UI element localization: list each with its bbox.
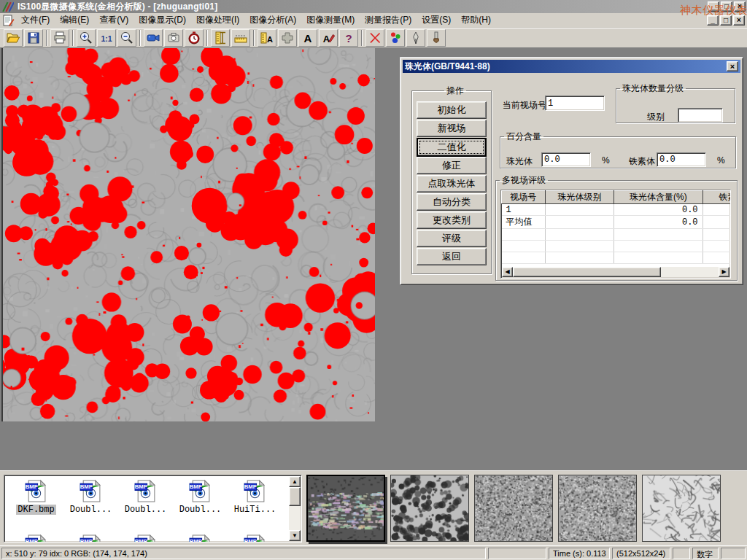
zoom-out-button[interactable]	[117, 29, 136, 47]
file-item-2[interactable]: BMPDoubl...	[118, 479, 173, 515]
scroll-left-button[interactable]: ◀	[502, 267, 513, 277]
file-browser-scrollbar[interactable]: ▲ ▼	[289, 476, 301, 541]
timer-button[interactable]	[185, 29, 204, 47]
open-button[interactable]	[4, 29, 23, 47]
pen-button[interactable]	[406, 29, 425, 47]
file-label: HuiTi...	[233, 505, 278, 515]
scroll-right-button[interactable]: ▶	[719, 267, 729, 277]
file-item-partial[interactable]: BMP	[173, 534, 228, 542]
help-icon: ?	[341, 31, 356, 45]
help-button[interactable]: ?	[339, 29, 358, 47]
bmp-file-icon: BMP	[133, 479, 158, 503]
pearlite-value-input[interactable]	[541, 152, 591, 167]
table-hscrollbar[interactable]: ◀ ▶	[502, 267, 729, 277]
file-item-1[interactable]: BMPDoubl...	[63, 479, 118, 515]
table-cell	[502, 241, 546, 252]
table-header-cell[interactable]: 铁素体含量(%)	[703, 191, 731, 204]
op-button-5[interactable]: 自动分类	[417, 193, 487, 211]
actual-size-button[interactable]: 1:1	[97, 29, 116, 47]
menu-item-0[interactable]: 文件(F)	[16, 12, 55, 28]
brush-button[interactable]	[427, 29, 446, 47]
op-button-6[interactable]: 更改类别	[417, 211, 487, 229]
menu-item-6[interactable]: 图像测量(M)	[301, 12, 360, 28]
current-field-input[interactable]	[545, 96, 605, 111]
vscroll-track[interactable]	[289, 506, 301, 530]
caliper-button[interactable]	[211, 29, 230, 47]
text-button[interactable]: A	[298, 29, 317, 47]
file-item-partial[interactable]: BMP	[228, 534, 282, 542]
menu-item-9[interactable]: 帮助(H)	[456, 12, 496, 28]
metallographic-image[interactable]	[1, 48, 375, 421]
photo-camera-button[interactable]	[164, 29, 183, 47]
file-item-4[interactable]: BMPHuiTi...	[228, 479, 282, 515]
table-cell	[703, 252, 731, 264]
operations-group: 操作 初始化新视场二值化修正点取珠光体自动分类更改类别评级返回	[411, 85, 492, 274]
color-dots-button[interactable]	[386, 29, 405, 47]
op-button-2[interactable]: 二值化	[417, 138, 487, 157]
thumbnail-1[interactable]	[306, 475, 385, 542]
op-button-8[interactable]: 返回	[417, 248, 487, 265]
thumbnail-3[interactable]	[474, 475, 553, 542]
minimize-button[interactable]: _	[708, 1, 719, 12]
menu-item-4[interactable]: 图像处理(I)	[191, 12, 244, 28]
op-button-3[interactable]: 修正	[417, 157, 487, 174]
curve-tool-button[interactable]	[365, 29, 384, 47]
file-item-3[interactable]: BMPDoubl...	[173, 479, 228, 515]
current-field-label: 当前视场号	[503, 99, 546, 112]
table-header-cell[interactable]: 视场号	[502, 191, 546, 204]
ruler-button[interactable]	[231, 29, 250, 47]
table-row[interactable]: 1 0.0	[502, 204, 732, 216]
table-row[interactable]	[502, 229, 732, 241]
video-camera-button[interactable]	[144, 29, 163, 47]
vscroll-thumb[interactable]	[289, 487, 301, 506]
child-close-button[interactable]: ×	[733, 15, 745, 26]
table-cell	[545, 204, 614, 216]
file-item-0[interactable]: BMPDKF.bmp	[9, 479, 63, 515]
table-row[interactable]: 平均值 0.0	[502, 216, 732, 229]
table-cell: 平均值	[502, 216, 546, 229]
scroll-up-button[interactable]: ▲	[289, 476, 301, 487]
measure-text-button[interactable]: A	[258, 29, 276, 47]
thumbnail-4[interactable]	[558, 475, 637, 542]
menu-item-2[interactable]: 查看(V)	[94, 12, 133, 28]
print-icon	[53, 31, 67, 45]
scroll-down-button[interactable]: ▼	[289, 530, 301, 541]
file-item-partial[interactable]: BMP	[9, 534, 63, 542]
ferrite-value-input[interactable]	[657, 152, 706, 167]
menu-item-3[interactable]: 图像显示(D)	[133, 12, 191, 28]
hscroll-track[interactable]	[513, 267, 719, 277]
file-item-partial[interactable]: BMP	[63, 534, 118, 542]
file-item-partial[interactable]: BMP	[118, 534, 173, 542]
restore-button[interactable]: □	[721, 1, 732, 12]
table-row[interactable]	[502, 252, 732, 264]
bmp-file-icon: BMP	[243, 479, 267, 503]
hscroll-thumb[interactable]	[513, 267, 661, 277]
table-header-cell[interactable]: 珠光体级别	[545, 191, 614, 204]
menu-item-1[interactable]: 编辑(E)	[55, 12, 94, 28]
close-button[interactable]: ×	[734, 1, 746, 12]
table-header-cell[interactable]: 珠光体含量(%)	[614, 191, 703, 204]
menu-item-8[interactable]: 设置(S)	[417, 12, 456, 28]
text-edit-button[interactable]: A	[319, 29, 338, 47]
thumbnail-5[interactable]	[642, 475, 721, 542]
grid-cross-icon	[280, 31, 295, 45]
level-label: 级别	[647, 111, 665, 123]
level-input[interactable]	[678, 108, 723, 122]
child-minimize-button[interactable]: _	[707, 15, 719, 26]
zoom-in-button[interactable]	[77, 29, 96, 47]
op-button-1[interactable]: 新视场	[417, 120, 487, 137]
grid-cross-button[interactable]	[278, 29, 297, 47]
dialog-title-bar[interactable]: 珠光体(GB/T9441-88) ×	[403, 60, 740, 73]
table-cell: 0.0	[614, 216, 703, 229]
save-button[interactable]	[24, 29, 43, 47]
dialog-close-button[interactable]: ×	[727, 61, 738, 71]
op-button-7[interactable]: 评级	[417, 230, 487, 247]
child-restore-button[interactable]: □	[720, 15, 732, 26]
menu-item-7[interactable]: 测量报告(P)	[360, 12, 417, 28]
thumbnail-2[interactable]	[390, 475, 469, 542]
op-button-0[interactable]: 初始化	[417, 101, 487, 119]
op-button-4[interactable]: 点取珠光体	[417, 175, 487, 192]
menu-item-5[interactable]: 图像分析(A)	[244, 12, 301, 28]
print-button[interactable]	[50, 29, 69, 47]
table-row[interactable]	[502, 241, 732, 252]
